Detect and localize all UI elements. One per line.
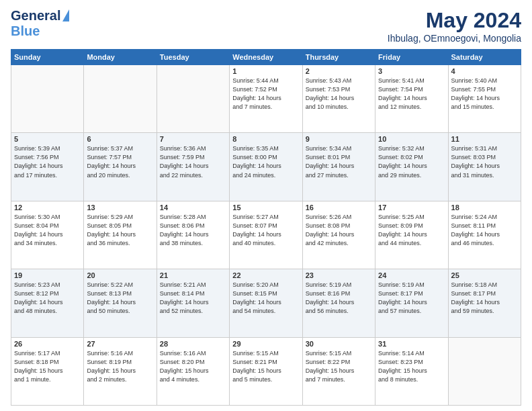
day-number: 17	[378, 203, 445, 212]
calendar-week-row: 19Sunrise: 5:23 AM Sunset: 8:12 PM Dayli…	[11, 269, 521, 337]
day-number: 19	[14, 271, 81, 279]
day-info: Sunrise: 5:19 AM Sunset: 8:17 PM Dayligh…	[378, 281, 445, 316]
table-row: 28Sunrise: 5:16 AM Sunset: 8:20 PM Dayli…	[157, 337, 229, 405]
table-row: 11Sunrise: 5:31 AM Sunset: 8:03 PM Dayli…	[448, 133, 521, 201]
page: General Blue May 2024 Ihbulag, OEmnoegov…	[0, 0, 532, 411]
day-info: Sunrise: 5:37 AM Sunset: 7:57 PM Dayligh…	[87, 144, 153, 179]
day-info: Sunrise: 5:31 AM Sunset: 8:03 PM Dayligh…	[451, 144, 518, 179]
day-number: 26	[14, 340, 81, 348]
logo-blue: Blue	[11, 24, 40, 38]
table-row: 10Sunrise: 5:32 AM Sunset: 8:02 PM Dayli…	[375, 133, 448, 201]
day-info: Sunrise: 5:27 AM Sunset: 8:07 PM Dayligh…	[232, 213, 299, 248]
day-info: Sunrise: 5:22 AM Sunset: 8:13 PM Dayligh…	[87, 281, 153, 316]
day-info: Sunrise: 5:14 AM Sunset: 8:23 PM Dayligh…	[378, 349, 445, 384]
table-row: 7Sunrise: 5:36 AM Sunset: 7:59 PM Daylig…	[157, 133, 229, 201]
day-number: 23	[306, 271, 372, 279]
day-number: 6	[87, 135, 153, 143]
table-row: 31Sunrise: 5:14 AM Sunset: 8:23 PM Dayli…	[375, 337, 448, 405]
calendar-week-row: 26Sunrise: 5:17 AM Sunset: 8:18 PM Dayli…	[11, 337, 521, 405]
day-number: 21	[160, 271, 226, 279]
day-info: Sunrise: 5:28 AM Sunset: 8:06 PM Dayligh…	[160, 213, 226, 248]
day-number: 9	[306, 135, 372, 143]
day-number: 29	[232, 340, 299, 348]
logo-general: General	[11, 8, 60, 24]
table-row	[11, 65, 84, 133]
table-row: 26Sunrise: 5:17 AM Sunset: 8:18 PM Dayli…	[11, 337, 84, 405]
day-info: Sunrise: 5:44 AM Sunset: 7:52 PM Dayligh…	[232, 77, 299, 111]
table-row: 5Sunrise: 5:39 AM Sunset: 7:56 PM Daylig…	[11, 133, 84, 201]
table-row: 3Sunrise: 5:41 AM Sunset: 7:54 PM Daylig…	[375, 65, 448, 133]
table-row: 14Sunrise: 5:28 AM Sunset: 8:06 PM Dayli…	[157, 201, 229, 269]
day-number: 30	[306, 340, 372, 348]
logo-line1: General	[11, 8, 69, 24]
col-monday: Monday	[84, 50, 157, 65]
table-row: 9Sunrise: 5:34 AM Sunset: 8:01 PM Daylig…	[302, 133, 375, 201]
table-row: 22Sunrise: 5:20 AM Sunset: 8:15 PM Dayli…	[230, 269, 302, 337]
table-row: 23Sunrise: 5:19 AM Sunset: 8:16 PM Dayli…	[302, 269, 375, 337]
table-row: 30Sunrise: 5:15 AM Sunset: 8:22 PM Dayli…	[302, 337, 375, 405]
day-info: Sunrise: 5:24 AM Sunset: 8:11 PM Dayligh…	[451, 213, 518, 248]
title-block: May 2024 Ihbulag, OEmnoegovi, Mongolia	[388, 8, 521, 44]
calendar-table: Sunday Monday Tuesday Wednesday Thursday…	[11, 49, 521, 406]
day-number: 10	[378, 135, 445, 143]
day-info: Sunrise: 5:21 AM Sunset: 8:14 PM Dayligh…	[160, 281, 226, 316]
table-row: 6Sunrise: 5:37 AM Sunset: 7:57 PM Daylig…	[84, 133, 157, 201]
day-number: 12	[14, 203, 81, 212]
table-row	[84, 65, 157, 133]
calendar-week-row: 5Sunrise: 5:39 AM Sunset: 7:56 PM Daylig…	[11, 133, 521, 201]
day-info: Sunrise: 5:32 AM Sunset: 8:02 PM Dayligh…	[378, 144, 445, 179]
day-info: Sunrise: 5:35 AM Sunset: 8:00 PM Dayligh…	[232, 144, 299, 179]
day-info: Sunrise: 5:15 AM Sunset: 8:22 PM Dayligh…	[306, 349, 372, 384]
table-row: 29Sunrise: 5:15 AM Sunset: 8:21 PM Dayli…	[230, 337, 302, 405]
day-number: 4	[451, 67, 518, 75]
day-number: 31	[378, 340, 445, 348]
col-sunday: Sunday	[11, 50, 84, 65]
col-tuesday: Tuesday	[157, 50, 229, 65]
day-info: Sunrise: 5:16 AM Sunset: 8:20 PM Dayligh…	[160, 349, 226, 384]
table-row: 19Sunrise: 5:23 AM Sunset: 8:12 PM Dayli…	[11, 269, 84, 337]
day-number: 13	[87, 203, 153, 212]
day-info: Sunrise: 5:26 AM Sunset: 8:08 PM Dayligh…	[306, 213, 372, 248]
table-row: 20Sunrise: 5:22 AM Sunset: 8:13 PM Dayli…	[84, 269, 157, 337]
day-number: 27	[87, 340, 153, 348]
table-row: 13Sunrise: 5:29 AM Sunset: 8:05 PM Dayli…	[84, 201, 157, 269]
day-number: 24	[378, 271, 445, 279]
day-number: 8	[232, 135, 299, 143]
day-number: 5	[14, 135, 81, 143]
table-row: 21Sunrise: 5:21 AM Sunset: 8:14 PM Dayli…	[157, 269, 229, 337]
table-row: 15Sunrise: 5:27 AM Sunset: 8:07 PM Dayli…	[230, 201, 302, 269]
day-info: Sunrise: 5:18 AM Sunset: 8:17 PM Dayligh…	[451, 281, 518, 316]
table-row: 12Sunrise: 5:30 AM Sunset: 8:04 PM Dayli…	[11, 201, 84, 269]
day-number: 25	[451, 271, 518, 279]
day-number: 3	[378, 67, 445, 75]
calendar-header-row: Sunday Monday Tuesday Wednesday Thursday…	[11, 50, 521, 65]
day-number: 22	[232, 271, 299, 279]
day-info: Sunrise: 5:20 AM Sunset: 8:15 PM Dayligh…	[232, 281, 299, 316]
table-row: 27Sunrise: 5:16 AM Sunset: 8:19 PM Dayli…	[84, 337, 157, 405]
location-subtitle: Ihbulag, OEmnoegovi, Mongolia	[388, 33, 521, 44]
day-info: Sunrise: 5:39 AM Sunset: 7:56 PM Dayligh…	[14, 144, 81, 179]
logo-line2: Blue	[11, 24, 40, 39]
day-number: 16	[306, 203, 372, 212]
day-info: Sunrise: 5:25 AM Sunset: 8:09 PM Dayligh…	[378, 213, 445, 248]
day-number: 7	[160, 135, 226, 143]
day-info: Sunrise: 5:40 AM Sunset: 7:55 PM Dayligh…	[451, 77, 518, 111]
col-wednesday: Wednesday	[230, 50, 302, 65]
day-info: Sunrise: 5:15 AM Sunset: 8:21 PM Dayligh…	[232, 349, 299, 384]
day-info: Sunrise: 5:36 AM Sunset: 7:59 PM Dayligh…	[160, 144, 226, 179]
col-saturday: Saturday	[448, 50, 521, 65]
day-number: 1	[232, 67, 299, 75]
logo: General Blue	[11, 8, 69, 39]
day-number: 2	[306, 67, 372, 75]
table-row	[157, 65, 229, 133]
table-row: 1Sunrise: 5:44 AM Sunset: 7:52 PM Daylig…	[230, 65, 302, 133]
calendar-week-row: 12Sunrise: 5:30 AM Sunset: 8:04 PM Dayli…	[11, 201, 521, 269]
day-number: 20	[87, 271, 153, 279]
day-info: Sunrise: 5:43 AM Sunset: 7:53 PM Dayligh…	[306, 77, 372, 111]
day-info: Sunrise: 5:30 AM Sunset: 8:04 PM Dayligh…	[14, 213, 81, 248]
day-info: Sunrise: 5:41 AM Sunset: 7:54 PM Dayligh…	[378, 77, 445, 111]
table-row	[448, 337, 521, 405]
col-friday: Friday	[375, 50, 448, 65]
day-info: Sunrise: 5:19 AM Sunset: 8:16 PM Dayligh…	[306, 281, 372, 316]
month-title: May 2024	[388, 8, 521, 33]
